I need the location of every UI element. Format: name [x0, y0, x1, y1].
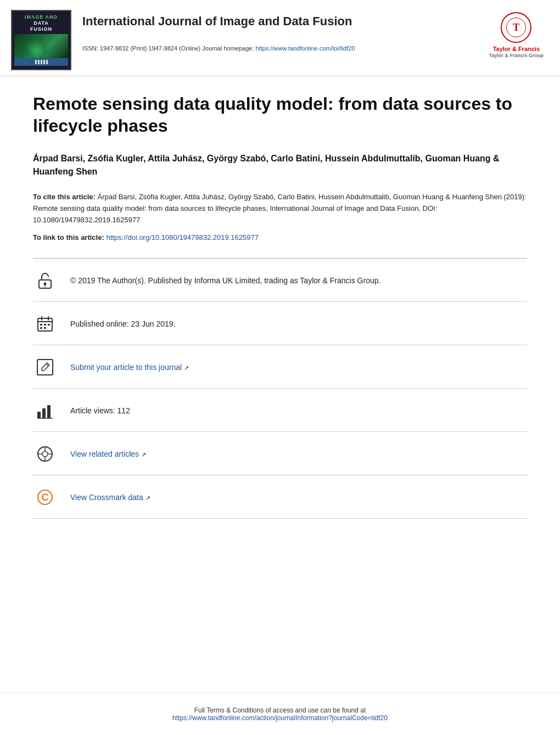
tf-circle: T: [501, 12, 531, 43]
footer-link[interactable]: https://www.tandfonline.com/action/journ…: [172, 714, 388, 722]
page: IMAGE AND DATA FUSION International Jour…: [0, 0, 560, 735]
journal-title: International Journal of Image and Data …: [82, 14, 478, 29]
tf-name: Taylor & Francis Taylor & Francis Group: [489, 45, 544, 59]
svg-rect-10: [40, 327, 42, 329]
submit-link[interactable]: Submit your article to this journal: [70, 363, 182, 372]
link-line: To link to this article: https://doi.org…: [33, 233, 527, 242]
info-row-views: Article views: 112: [33, 389, 527, 432]
submit-text[interactable]: Submit your article to this journal ↗: [70, 362, 189, 373]
logo-bottom-bar: [14, 58, 68, 66]
svg-rect-11: [44, 327, 46, 329]
svg-text:C: C: [42, 492, 49, 503]
footer-line1: Full Terms & Conditions of access and us…: [22, 706, 538, 714]
info-row-crossmark: C View Crossmark data ↗: [33, 475, 527, 519]
svg-line-13: [46, 364, 48, 366]
logo-text: IMAGE AND DATA FUSION: [25, 14, 58, 32]
calendar-icon: [33, 312, 57, 336]
main-content: Remote sensing data quality model: from …: [0, 76, 560, 693]
copyright-text: © 2019 The Author(s). Published by Infor…: [70, 275, 380, 287]
svg-rect-12: [37, 360, 53, 375]
info-rows: © 2019 The Author(s). Published by Infor…: [33, 258, 527, 519]
submit-icon: [33, 355, 57, 379]
footer: Full Terms & Conditions of access and us…: [0, 693, 560, 735]
crossmark-link-icon: ↗: [145, 495, 150, 501]
svg-rect-8: [44, 324, 46, 326]
related-articles-icon: [33, 442, 57, 466]
svg-rect-16: [47, 405, 51, 418]
related-text[interactable]: View related articles ↗: [70, 448, 146, 460]
views-text: Article views: 112: [70, 405, 130, 417]
info-row-published: Published online: 23 Jun 2019.: [33, 302, 527, 345]
journal-logo: IMAGE AND DATA FUSION: [11, 10, 71, 70]
svg-rect-7: [40, 324, 42, 326]
related-link-icon: ↗: [141, 451, 146, 458]
bar-chart-icon: [33, 399, 57, 423]
issn-line: ISSN: 1947-9832 (Print) 1947-9824 (Onlin…: [82, 45, 478, 52]
cite-label: To cite this article:: [33, 193, 96, 201]
crossmark-text[interactable]: View Crossmark data ↗: [70, 492, 150, 503]
header-title-block: International Journal of Image and Data …: [82, 10, 478, 52]
tf-logo-block: T Taylor & Francis Taylor & Francis Grou…: [489, 10, 544, 59]
logo-bar-lines: [35, 60, 48, 64]
link-label: To link to this article:: [33, 233, 104, 242]
cite-text: Árpad Barsi, Zsófia Kugler, Attila Juhás…: [33, 193, 527, 224]
published-text: Published online: 23 Jun 2019.: [70, 318, 175, 330]
crossmark-icon: C: [33, 485, 57, 509]
logo-image-area: [14, 34, 68, 58]
article-authors: Árpad Barsi, Zsófia Kugler, Attila Juhás…: [33, 152, 527, 178]
lock-open-icon: [33, 268, 57, 293]
tf-letter: T: [513, 22, 519, 33]
crossmark-link[interactable]: View Crossmark data: [70, 493, 143, 502]
info-row-copyright: © 2019 The Author(s). Published by Infor…: [33, 259, 527, 302]
cite-block: To cite this article: Árpad Barsi, Zsófi…: [33, 192, 527, 226]
svg-point-19: [42, 451, 48, 457]
svg-rect-15: [42, 408, 46, 418]
doi-link[interactable]: https://doi.org/10.1080/19479832.2019.16…: [106, 233, 259, 242]
header: IMAGE AND DATA FUSION International Jour…: [0, 0, 560, 76]
issn-text: ISSN: 1947-9832 (Print) 1947-9824 (Onlin…: [82, 45, 254, 52]
svg-rect-9: [48, 324, 50, 326]
article-title: Remote sensing data quality model: from …: [33, 93, 527, 137]
info-row-submit: Submit your article to this journal ↗: [33, 345, 527, 389]
tf-inner-circle: T: [506, 18, 526, 37]
journal-url-link[interactable]: https://www.tandfonline.com/loi/tidf20: [256, 45, 355, 52]
info-row-related: View related articles ↗: [33, 432, 527, 475]
submit-link-icon: ↗: [184, 364, 189, 371]
related-link[interactable]: View related articles: [70, 450, 139, 458]
svg-rect-14: [37, 412, 41, 418]
